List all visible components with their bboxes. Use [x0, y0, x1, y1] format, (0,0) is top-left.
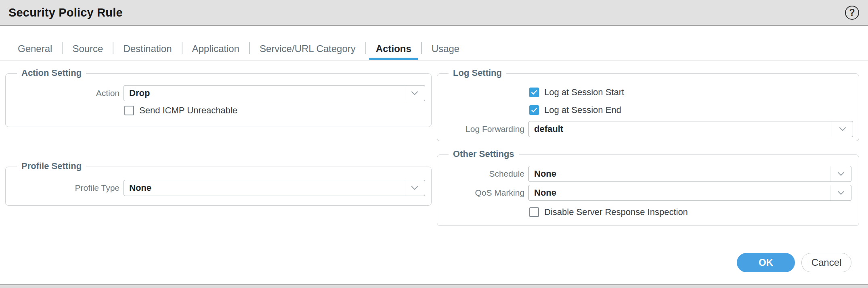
tab-actions[interactable]: Actions	[366, 38, 421, 60]
profile-type-dropdown[interactable]: None	[124, 180, 425, 196]
log-at-session-start-label: Log at Session Start	[544, 87, 624, 98]
schedule-dropdown[interactable]: None	[528, 166, 851, 182]
profile-type-label: Profile Type	[6, 180, 120, 196]
disable-server-response-inspection-checkbox[interactable]: Disable Server Response Inspection	[529, 207, 688, 217]
action-dropdown-value: Drop	[124, 88, 404, 98]
qos-marking-dropdown[interactable]: None	[528, 185, 851, 201]
chevron-down-icon	[830, 185, 851, 200]
tab-source[interactable]: Source	[63, 38, 113, 60]
tab-application[interactable]: Application	[182, 38, 249, 60]
disable-server-response-inspection-label: Disable Server Response Inspection	[544, 207, 688, 217]
qos-marking-dropdown-value: None	[529, 188, 830, 198]
action-setting-legend: Action Setting	[17, 68, 86, 78]
other-settings-legend: Other Settings	[449, 149, 519, 159]
log-forwarding-dropdown-value: default	[529, 124, 832, 134]
profile-type-dropdown-value: None	[124, 183, 404, 193]
security-policy-rule-dialog: Security Policy Rule ? General Source De…	[0, 0, 868, 288]
chevron-down-icon	[404, 180, 425, 196]
help-icon-glyph: ?	[849, 7, 855, 18]
checkbox-icon	[529, 88, 539, 97]
action-setting-panel: Action Setting Action Drop Send ICMP Unr…	[5, 73, 432, 127]
log-setting-panel: Log Setting Log at Session Start Log at …	[437, 73, 859, 141]
dialog-titlebar: Security Policy Rule ?	[0, 0, 868, 26]
schedule-dropdown-value: None	[529, 169, 830, 179]
log-forwarding-dropdown[interactable]: default	[528, 121, 853, 137]
tab-general[interactable]: General	[8, 38, 62, 60]
cancel-button[interactable]: Cancel	[801, 253, 851, 272]
qos-marking-label: QoS Marking	[437, 185, 524, 201]
other-settings-panel: Other Settings Schedule None QoS Marking…	[437, 154, 859, 226]
chevron-down-icon	[404, 86, 425, 101]
log-at-session-end-label: Log at Session End	[544, 105, 621, 115]
send-icmp-unreachable-label: Send ICMP Unreachable	[139, 105, 237, 116]
checkbox-icon	[124, 106, 134, 115]
action-label: Action	[6, 85, 120, 101]
log-forwarding-label: Log Forwarding	[437, 121, 524, 137]
action-dropdown[interactable]: Drop	[124, 85, 425, 101]
send-icmp-unreachable-checkbox[interactable]: Send ICMP Unreachable	[124, 105, 237, 116]
schedule-label: Schedule	[437, 166, 524, 182]
dialog-bottom-edge	[0, 284, 868, 288]
tab-bar: General Source Destination Application S…	[0, 27, 868, 61]
log-setting-legend: Log Setting	[449, 68, 506, 78]
page-title: Security Policy Rule	[8, 6, 123, 19]
help-icon[interactable]: ?	[845, 6, 859, 20]
log-at-session-end-checkbox[interactable]: Log at Session End	[529, 105, 621, 115]
ok-button[interactable]: OK	[737, 253, 795, 272]
tab-destination[interactable]: Destination	[113, 38, 181, 60]
profile-setting-panel: Profile Setting Profile Type None	[5, 167, 432, 206]
profile-setting-legend: Profile Setting	[17, 161, 86, 171]
checkbox-icon	[529, 105, 539, 115]
chevron-down-icon	[830, 166, 851, 182]
log-at-session-start-checkbox[interactable]: Log at Session Start	[529, 87, 624, 98]
tab-usage[interactable]: Usage	[422, 38, 469, 60]
checkbox-icon	[529, 207, 539, 217]
chevron-down-icon	[832, 121, 853, 137]
tab-service-url-category[interactable]: Service/URL Category	[250, 38, 365, 60]
